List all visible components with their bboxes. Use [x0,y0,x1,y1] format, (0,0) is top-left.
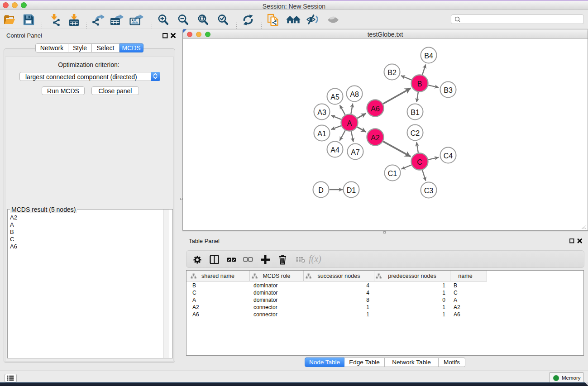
svg-text:A8: A8 [350,91,359,98]
svg-text:B4: B4 [424,52,433,60]
svg-text:A2: A2 [371,134,380,142]
svg-text:C: C [417,158,422,166]
svg-text:C2: C2 [411,129,420,137]
svg-text:D: D [318,186,324,194]
svg-text:A6: A6 [371,105,380,113]
svg-text:A7: A7 [351,148,360,156]
svg-text:C4: C4 [444,152,453,160]
svg-text:C3: C3 [424,187,434,195]
svg-text:C1: C1 [388,170,397,177]
svg-text:A4: A4 [330,146,339,154]
svg-text:B: B [417,80,422,88]
svg-text:B2: B2 [387,69,397,76]
svg-text:A5: A5 [330,93,339,101]
svg-text:A: A [347,119,352,127]
svg-text:D1: D1 [347,186,356,194]
svg-text:B1: B1 [411,109,420,116]
svg-text:A1: A1 [317,130,326,138]
svg-text:A3: A3 [317,109,326,116]
svg-text:B3: B3 [444,86,453,94]
